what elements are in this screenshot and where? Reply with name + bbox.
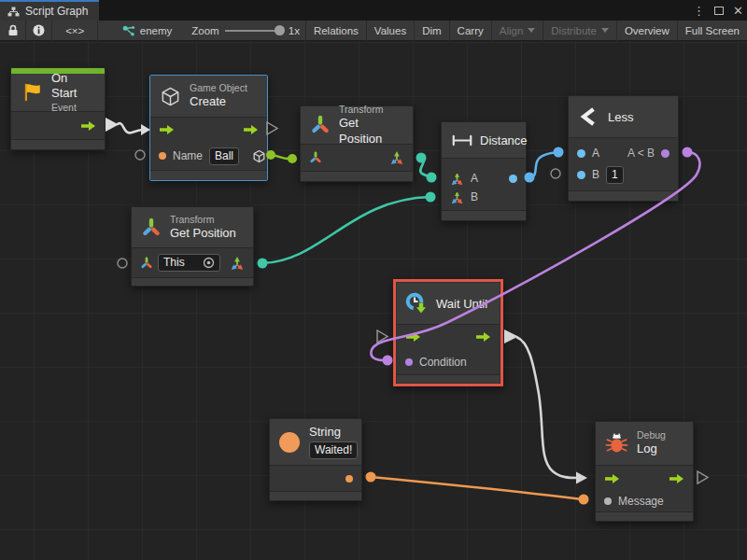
input-b-label: B [471,190,478,203]
vector3-input-port-b[interactable] [450,190,464,204]
node-string[interactable]: String Waited! [269,418,362,501]
flow-in-port[interactable] [405,331,421,343]
window-close-icon[interactable]: ✕ [733,4,743,18]
node-category: Game Object [190,82,247,94]
node-category: Transform [170,214,236,226]
wire-getposition-b-to-distance[interactable] [258,192,436,269]
wait-icon [404,291,429,315]
values-button[interactable]: Values [367,21,415,41]
object-picker-icon[interactable] [203,257,215,269]
transform-icon [310,115,331,135]
wire-getposition-a-to-distance[interactable] [416,153,437,183]
node-category: Debug [637,429,666,441]
node-title: On Start [51,71,95,102]
vector3-output-port[interactable] [230,256,245,271]
node-less[interactable]: Less A A < B B 1 [568,95,679,202]
overview-button[interactable]: Overview [617,21,678,41]
graph-canvas[interactable]: On Start Event Game Object Creat [0,41,747,560]
less-output-port[interactable] [661,149,669,158]
window-maximize-icon[interactable] [714,7,724,15]
flow-out-port[interactable] [80,120,96,132]
string-icon [279,432,300,453]
node-title: String [309,425,358,440]
flow-out-port[interactable] [475,331,491,343]
zoom-slider[interactable] [225,30,283,32]
input-a-label: A [592,147,599,160]
string-value-field[interactable]: Waited! [309,441,358,459]
node-get-position-a[interactable]: Transform Get Position [300,105,414,182]
flow-out-port[interactable] [243,124,259,135]
dim-button[interactable]: Dim [415,21,449,41]
node-get-position-b[interactable]: Transform Get Position This [131,206,254,287]
wire-waituntil-to-debuglog[interactable] [504,329,587,484]
node-subtitle: Event [51,102,95,114]
b-value-field[interactable]: 1 [606,166,624,184]
less-input-a-port[interactable] [577,149,585,158]
node-on-start[interactable]: On Start Event [10,67,106,150]
node-create-game-object[interactable]: Game Object Create Name Ball [149,75,268,181]
target-field[interactable]: This [158,254,220,272]
condition-input-port[interactable] [405,358,413,366]
flow-out-port[interactable] [669,473,684,484]
node-category: Transform [339,104,403,116]
transform-input-port[interactable] [140,257,153,270]
condition-label: Condition [419,356,467,369]
wire-onstart-to-create[interactable] [106,118,150,135]
vector3-output-port[interactable] [389,150,404,165]
lock-icon [7,24,19,36]
distance-output-port[interactable] [509,175,517,183]
game-object-output-port[interactable] [252,149,266,163]
input-a-label: A [471,172,478,185]
node-title: Wait Until [436,297,487,311]
node-title: Get Position [170,226,236,241]
wire-string-to-debuglog[interactable] [366,472,589,505]
cube-icon [160,86,181,107]
wire-distance-to-less[interactable] [525,147,564,183]
name-label: Name [173,149,203,162]
flag-icon [21,81,43,104]
less-input-b-port[interactable] [577,171,585,179]
bug-icon [605,432,628,455]
zoom-value: 1x [289,25,300,36]
wire-create-to-getposition[interactable] [266,150,297,163]
flow-in-port[interactable] [159,124,175,135]
transform-icon [141,217,162,238]
tab-script-graph[interactable]: Script Graph [0,0,99,21]
flow-in-port[interactable] [604,473,620,484]
graph-toolbar: <×> enemy Zoom 1x Relations Values Dim C… [0,21,747,41]
vector3-input-port-a[interactable] [450,172,464,186]
string-output-port[interactable] [345,475,353,483]
info-icon [33,24,45,36]
node-debug-log[interactable]: Debug Log Message [595,421,694,522]
name-input-port[interactable] [159,152,166,160]
carry-button[interactable]: Carry [450,21,492,41]
relations-button[interactable]: Relations [305,21,367,41]
message-label: Message [618,495,664,508]
output-label: A < B [627,147,655,160]
graph-breadcrumb[interactable]: enemy [115,25,180,36]
distribute-dropdown[interactable]: Distribute [543,21,617,41]
zoom-label: Zoom [191,25,218,36]
zoom-slider-handle[interactable] [275,25,285,35]
name-value-field[interactable]: Ball [209,147,239,165]
message-input-port[interactable] [604,497,612,505]
window-menu-icon[interactable]: ⋮ [693,4,705,18]
align-dropdown[interactable]: Align [492,21,544,41]
tab-bar: Script Graph ⋮ ✕ [0,0,747,21]
node-title: Log [637,441,666,456]
graph-name: enemy [140,25,173,36]
node-distance[interactable]: Distance A [441,121,527,221]
info-button[interactable] [26,21,52,41]
less-than-icon [578,106,599,127]
input-b-label: B [592,168,599,181]
node-wait-until[interactable]: Wait Until Condition [396,282,500,384]
transform-input-port[interactable] [309,151,322,164]
code-view-button[interactable]: <×> [52,21,98,41]
graph-node-icon [122,25,135,36]
distance-icon [451,133,473,147]
lock-button[interactable] [0,21,26,41]
full-screen-button[interactable]: Full Screen [678,21,747,41]
node-title: Create [190,94,247,109]
graph-tab-icon [7,7,20,17]
tab-title: Script Graph [25,5,88,18]
